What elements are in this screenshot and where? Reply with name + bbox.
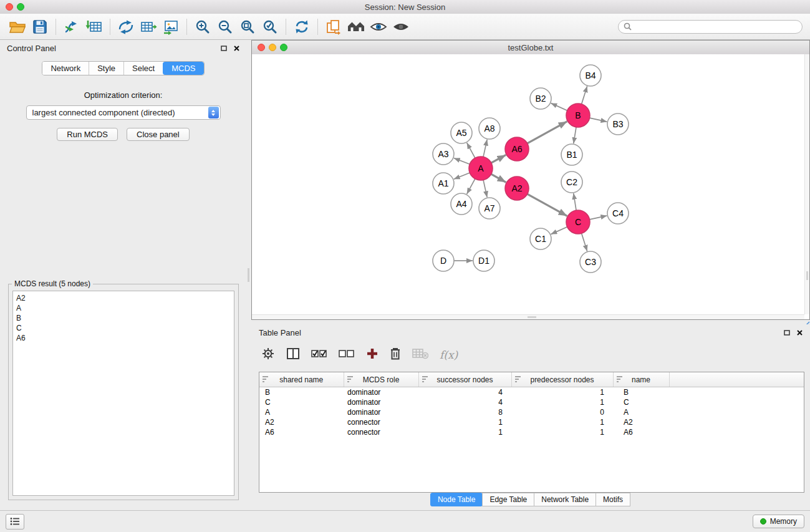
network-node-A1[interactable]: A1 <box>433 173 454 194</box>
import-network-button[interactable] <box>60 16 83 38</box>
style-preview-button[interactable] <box>367 16 390 38</box>
column-header-mcds-role[interactable]: MCDS role <box>344 372 418 387</box>
zoom-fit-button[interactable] <box>236 16 259 38</box>
network-zoom-button[interactable] <box>280 44 287 51</box>
search-box[interactable] <box>618 20 803 34</box>
edge-A-A5[interactable] <box>467 143 475 158</box>
tab-node-table[interactable]: Node Table <box>430 493 483 506</box>
mcds-result-list[interactable]: A2ABCA6 <box>12 291 234 496</box>
network-node-A4[interactable]: A4 <box>451 193 472 215</box>
network-node-B1[interactable]: B1 <box>561 144 582 165</box>
edge-A-A3[interactable] <box>454 158 470 164</box>
network-node-C[interactable]: C <box>566 210 590 234</box>
network-node-A6[interactable]: A6 <box>505 137 529 161</box>
edge-A2-C[interactable] <box>528 194 567 216</box>
edge-C-C1[interactable] <box>551 227 567 235</box>
close-panel-button[interactable] <box>234 42 239 54</box>
column-header-successor-nodes[interactable]: successor nodes <box>418 372 511 387</box>
create-column-button[interactable] <box>366 347 378 362</box>
edge-A-A1[interactable] <box>454 173 470 179</box>
network-node-A3[interactable]: A3 <box>433 143 454 165</box>
network-snapshot-button[interactable] <box>322 16 345 38</box>
node-table[interactable]: shared nameMCDS rolesuccessor nodesprede… <box>259 372 804 493</box>
export-network-button[interactable] <box>115 16 137 38</box>
edge-C-C4[interactable] <box>590 216 607 220</box>
tab-select[interactable]: Select <box>123 62 163 75</box>
network-node-B4[interactable]: B4 <box>580 65 601 86</box>
close-panel-action-button[interactable]: Close panel <box>127 128 190 141</box>
export-table-button[interactable] <box>137 16 160 38</box>
table-row[interactable]: Adominator80A <box>259 407 804 417</box>
function-builder-button[interactable]: f(x) <box>440 349 458 361</box>
open-file-button[interactable] <box>6 16 29 38</box>
table-settings-button[interactable] <box>261 347 275 363</box>
refresh-view-button[interactable] <box>291 16 313 38</box>
table-row[interactable]: Cdominator41C <box>259 397 804 407</box>
unselect-all-columns-button[interactable] <box>339 349 355 361</box>
network-node-B3[interactable]: B3 <box>607 114 629 135</box>
float-panel-button[interactable] <box>221 42 227 54</box>
task-history-button[interactable] <box>6 514 24 530</box>
memory-button[interactable]: Memory <box>753 515 804 528</box>
network-node-D[interactable]: D <box>433 250 454 271</box>
tab-network[interactable]: Network <box>42 62 89 75</box>
network-window-titlebar[interactable]: testGlobe.txt <box>252 41 809 55</box>
network-node-A8[interactable]: A8 <box>479 118 500 139</box>
search-input[interactable] <box>635 22 797 32</box>
criterion-select[interactable]: largest connected component (directed) <box>26 105 221 120</box>
network-node-D1[interactable]: D1 <box>473 250 494 271</box>
mcds-result-item[interactable]: C <box>16 323 231 333</box>
table-row[interactable]: A6connector11A6 <box>259 427 804 437</box>
network-node-A5[interactable]: A5 <box>451 122 472 143</box>
network-minimize-button[interactable] <box>269 44 276 51</box>
network-node-C3[interactable]: C3 <box>580 251 601 273</box>
tab-network-table[interactable]: Network Table <box>534 493 596 506</box>
network-node-C4[interactable]: C4 <box>607 203 629 224</box>
mcds-result-item[interactable]: B <box>16 313 231 323</box>
network-node-A[interactable]: A <box>469 157 493 180</box>
edge-A-A6[interactable] <box>491 155 506 163</box>
tab-style[interactable]: Style <box>89 62 123 75</box>
tab-edge-table[interactable]: Edge Table <box>482 493 534 506</box>
zoom-out-button[interactable] <box>214 16 236 38</box>
home-view-button[interactable] <box>345 16 367 38</box>
column-header-shared-name[interactable]: shared name <box>259 372 344 387</box>
edge-C-C2[interactable] <box>574 193 576 210</box>
close-table-panel-button[interactable] <box>797 327 803 338</box>
network-node-A2[interactable]: A2 <box>505 177 529 200</box>
table-row[interactable]: A2connector11A2 <box>259 417 804 427</box>
zoom-in-button[interactable] <box>191 16 214 38</box>
column-header-name[interactable]: name <box>613 372 669 387</box>
panel-splitter[interactable] <box>246 40 251 510</box>
edge-A-A7[interactable] <box>483 180 487 198</box>
tab-motifs[interactable]: Motifs <box>595 493 630 506</box>
edge-A-A8[interactable] <box>483 140 487 157</box>
edge-B-B4[interactable] <box>582 86 587 104</box>
tab-mcds[interactable]: MCDS <box>163 62 203 75</box>
network-node-C1[interactable]: C1 <box>530 228 551 249</box>
network-node-C2[interactable]: C2 <box>561 172 582 193</box>
import-table-button[interactable] <box>83 16 105 38</box>
network-node-B2[interactable]: B2 <box>530 88 551 109</box>
run-mcds-button[interactable]: Run MCDS <box>57 128 118 141</box>
export-image-button[interactable] <box>160 16 182 38</box>
show-graphics-details-button[interactable] <box>390 16 412 38</box>
mcds-result-item[interactable]: A <box>16 303 231 313</box>
edge-A-A4[interactable] <box>467 179 475 194</box>
edge-A-A2[interactable] <box>491 174 506 182</box>
edge-B-B2[interactable] <box>551 103 567 110</box>
float-table-panel-button[interactable] <box>784 327 790 338</box>
mcds-result-item[interactable]: A2 <box>16 293 231 303</box>
close-window-button[interactable] <box>6 3 13 11</box>
select-all-columns-button[interactable] <box>311 349 327 361</box>
network-canvas[interactable]: B4B2BB3A5A8A6A3B1AC2A1A2A4A7C4CC1C3DD1 <box>252 54 804 314</box>
save-session-button[interactable] <box>29 16 51 38</box>
edge-C-C3[interactable] <box>582 233 587 251</box>
hide-table-button[interactable] <box>412 348 428 362</box>
show-columns-button[interactable] <box>286 347 300 362</box>
network-close-button[interactable] <box>258 44 265 51</box>
edge-B-B3[interactable] <box>590 118 607 122</box>
network-node-B[interactable]: B <box>566 104 590 127</box>
table-row[interactable]: Bdominator41B <box>259 387 804 398</box>
mcds-result-item[interactable]: A6 <box>16 333 231 343</box>
